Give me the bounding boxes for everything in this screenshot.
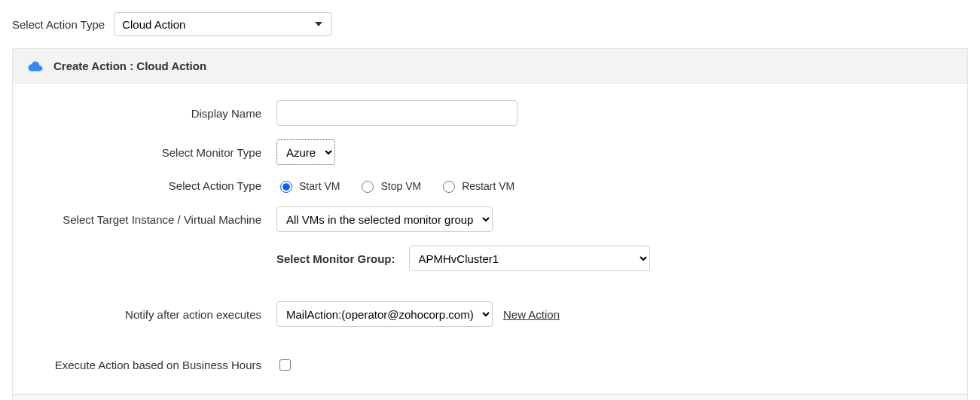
notify-label: Notify after action executes bbox=[35, 308, 276, 321]
monitor-group-label: Select Monitor Group: bbox=[276, 252, 395, 265]
business-hours-label: Execute Action based on Business Hours bbox=[35, 359, 276, 371]
action-type-radio-label: Select Action Type bbox=[35, 179, 276, 192]
business-hours-checkbox[interactable] bbox=[279, 359, 291, 371]
new-action-link[interactable]: New Action bbox=[503, 308, 560, 321]
monitor-type-select[interactable]: Azure bbox=[276, 139, 335, 165]
target-label: Select Target Instance / Virtual Machine bbox=[35, 213, 276, 226]
radio-stop-vm[interactable]: Stop VM bbox=[358, 179, 421, 193]
target-select[interactable]: All VMs in the selected monitor group bbox=[276, 206, 493, 232]
monitor-group-select[interactable]: APMHvCluster1 bbox=[409, 246, 650, 271]
radio-restart-vm-input[interactable] bbox=[443, 181, 455, 193]
radio-start-vm-label: Start VM bbox=[299, 180, 340, 192]
display-name-input[interactable] bbox=[276, 100, 517, 126]
radio-start-vm-input[interactable] bbox=[280, 181, 292, 193]
radio-restart-vm[interactable]: Restart VM bbox=[439, 179, 514, 193]
panel-title: Create Action : Cloud Action bbox=[53, 60, 206, 72]
radio-restart-vm-label: Restart VM bbox=[462, 180, 514, 192]
display-name-label: Display Name bbox=[35, 107, 276, 120]
create-action-panel: Create Action : Cloud Action Display Nam… bbox=[12, 48, 968, 400]
radio-stop-vm-label: Stop VM bbox=[380, 180, 421, 192]
notify-select[interactable]: MailAction:(operator@zohocorp.com) bbox=[276, 301, 493, 327]
radio-start-vm[interactable]: Start VM bbox=[276, 179, 340, 193]
top-action-type-label: Select Action Type bbox=[12, 18, 105, 31]
monitor-type-label: Select Monitor Type bbox=[35, 146, 276, 159]
top-action-type-select[interactable]: Cloud Action bbox=[114, 12, 332, 36]
radio-stop-vm-input[interactable] bbox=[362, 181, 374, 193]
cloud-icon bbox=[28, 61, 43, 72]
